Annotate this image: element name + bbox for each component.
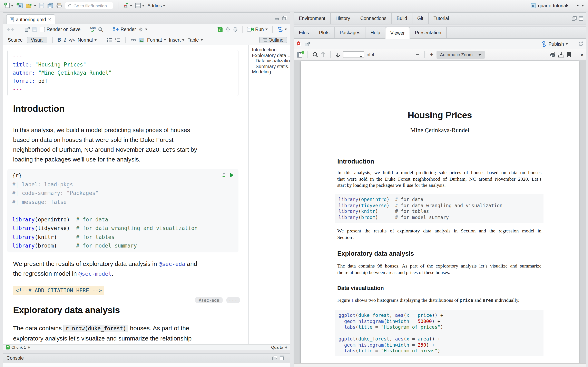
render-button[interactable]: Render xyxy=(113,27,136,32)
close-tab-icon[interactable]: ✕ xyxy=(48,17,52,22)
console-restore-icon[interactable] xyxy=(272,356,277,360)
zoom-level-select[interactable]: Automatic Zoom xyxy=(437,51,485,58)
rerun-button[interactable] xyxy=(277,26,287,32)
viewer-popout-icon[interactable] xyxy=(305,42,310,46)
pdf-print-icon[interactable] xyxy=(550,52,556,58)
r-code-chunk[interactable]: {r}#| label: load-pkgs#| code-summary: "… xyxy=(7,169,238,252)
console-body[interactable] xyxy=(3,363,290,367)
italic-button[interactable]: I xyxy=(64,37,66,43)
env-restore-icon[interactable] xyxy=(572,16,577,21)
outline-item-data-visualization[interactable]: Data visualization xyxy=(249,58,290,64)
tab-files[interactable]: Files xyxy=(294,27,314,38)
outline-item-exploratory-data[interactable]: Exploratory data … xyxy=(249,53,290,58)
tab-tutorial[interactable]: Tutorial xyxy=(429,13,454,24)
print-button[interactable] xyxy=(56,3,62,8)
pdf-bookmark-icon[interactable] xyxy=(567,52,571,58)
tab-git[interactable]: Git xyxy=(412,13,429,24)
tab-help[interactable]: Help xyxy=(366,27,385,38)
format-dropdown[interactable]: Format xyxy=(147,38,166,42)
editor-toolbar: Render on Save ABC Render ⚙ C Run xyxy=(3,24,290,35)
numbered-list-icon[interactable]: 12 xyxy=(115,38,121,42)
html-comment-highlight[interactable]: <!--# ADD CITATION HERE --> xyxy=(13,286,104,295)
env-maximize-icon[interactable] xyxy=(579,16,583,21)
outline-toggle-button[interactable]: Outline xyxy=(259,37,287,43)
outline-item-summary-statis[interactable]: Summary statis… xyxy=(249,64,290,69)
visual-mode-button[interactable]: Visual xyxy=(27,37,47,43)
figure-link[interactable]: 1 xyxy=(351,297,354,303)
new-project-button[interactable]: R xyxy=(16,2,23,8)
zoom-out-button[interactable]: − xyxy=(415,51,420,58)
page-number-input[interactable]: 1 xyxy=(343,51,364,58)
back-forward-icons[interactable] xyxy=(6,27,15,32)
render-on-save-checkbox[interactable]: Render on Save xyxy=(40,27,80,32)
addins-button[interactable]: Addins xyxy=(147,3,165,8)
insert-chunk-icon[interactable]: C xyxy=(217,26,223,32)
section-options-button[interactable]: ··· xyxy=(226,297,240,303)
bullet-list-icon[interactable] xyxy=(107,38,112,42)
run-button[interactable]: Run xyxy=(247,27,268,32)
render-settings-button[interactable]: ⚙ xyxy=(138,26,147,33)
popout-icon[interactable] xyxy=(25,27,30,32)
new-file-button[interactable] xyxy=(4,2,13,8)
yaml-header-block[interactable]: ---title: "Housing Prices"author: "Mine … xyxy=(7,50,238,96)
chunk-status[interactable]: Chunk 1 xyxy=(11,345,26,350)
minimize-pane-icon[interactable] xyxy=(275,16,280,20)
save-button[interactable] xyxy=(39,3,44,8)
inline-r-code[interactable]: r nrow(duke_forest) xyxy=(63,324,128,332)
page-down-icon[interactable] xyxy=(335,52,341,58)
outline-item-introduction[interactable]: Introduction xyxy=(249,47,290,53)
pdf-viewer-canvas[interactable]: Housing Prices Mine Çetinkaya-Rundel Int… xyxy=(294,60,586,363)
tab-viewer[interactable]: Viewer xyxy=(385,27,410,39)
stop-clear-icon[interactable] xyxy=(296,41,302,47)
zoom-in-button[interactable]: + xyxy=(429,51,434,58)
tab-plots[interactable]: Plots xyxy=(314,27,335,38)
bold-button[interactable]: B xyxy=(57,37,61,43)
tab-connections[interactable]: Connections xyxy=(355,13,392,24)
table-dropdown[interactable]: Table xyxy=(188,38,203,42)
tab-presentation[interactable]: Presentation xyxy=(410,27,447,38)
sec-eda-crossref[interactable]: @sec-eda xyxy=(159,260,185,267)
outline-item-modeling[interactable]: Modeling xyxy=(249,69,290,75)
viewer-horizontal-scrollbar[interactable] xyxy=(294,363,586,367)
zoom-level-label: Automatic Zoom xyxy=(440,52,473,57)
sec-model-crossref[interactable]: @sec-model xyxy=(78,270,112,277)
tab-history[interactable]: History xyxy=(330,13,355,24)
project-menu-button[interactable]: R quarto-tutorials — ~ xyxy=(530,3,584,8)
document-editor[interactable]: ---title: "Housing Prices"author: "Mine … xyxy=(3,45,248,344)
pdf-tools-expand-icon[interactable]: » xyxy=(581,52,583,58)
spellcheck-button[interactable]: ABC xyxy=(90,27,95,32)
link-icon[interactable] xyxy=(131,38,136,42)
pdf-sidebar-toggle[interactable] xyxy=(297,52,303,57)
save-doc-icon[interactable] xyxy=(32,27,37,32)
run-chunks-above-icon[interactable] xyxy=(222,173,226,177)
document-mode[interactable]: Quarto xyxy=(271,345,283,350)
maximize-pane-icon[interactable] xyxy=(282,16,287,20)
find-replace-icon[interactable] xyxy=(98,27,103,32)
pdf-search-icon[interactable] xyxy=(312,52,318,58)
save-all-button[interactable] xyxy=(47,3,53,8)
tab-build[interactable]: Build xyxy=(392,13,412,24)
next-chunk-icon[interactable] xyxy=(233,27,238,32)
source-mode-button[interactable]: Source xyxy=(6,37,24,43)
paragraph-style-dropdown[interactable]: Normal xyxy=(78,38,97,42)
workspace-panes-button[interactable] xyxy=(135,3,145,8)
tab-authoring-qmd[interactable]: authoring.qmd ✕ xyxy=(6,14,55,24)
console-maximize-icon[interactable] xyxy=(280,356,284,360)
tab-environment[interactable]: Environment xyxy=(294,13,330,24)
version-control-button[interactable]: G xyxy=(123,3,132,8)
console-title[interactable]: Console xyxy=(7,355,24,360)
open-file-button[interactable] xyxy=(26,3,36,8)
run-icon xyxy=(247,27,254,32)
tab-packages[interactable]: Packages xyxy=(335,27,366,38)
insert-dropdown[interactable]: Insert xyxy=(169,38,185,42)
page-up-icon[interactable] xyxy=(320,52,326,58)
image-icon[interactable] xyxy=(139,38,144,42)
new-file-caret-icon xyxy=(11,5,13,6)
publish-button[interactable]: Publish xyxy=(541,41,568,47)
goto-file-search[interactable]: Go to file/function xyxy=(65,2,113,9)
viewer-refresh-icon[interactable] xyxy=(578,41,584,47)
previous-chunk-icon[interactable] xyxy=(225,27,230,32)
pdf-download-icon[interactable] xyxy=(558,52,564,58)
code-button[interactable]: </> xyxy=(69,38,75,42)
run-chunk-icon[interactable] xyxy=(230,173,233,177)
